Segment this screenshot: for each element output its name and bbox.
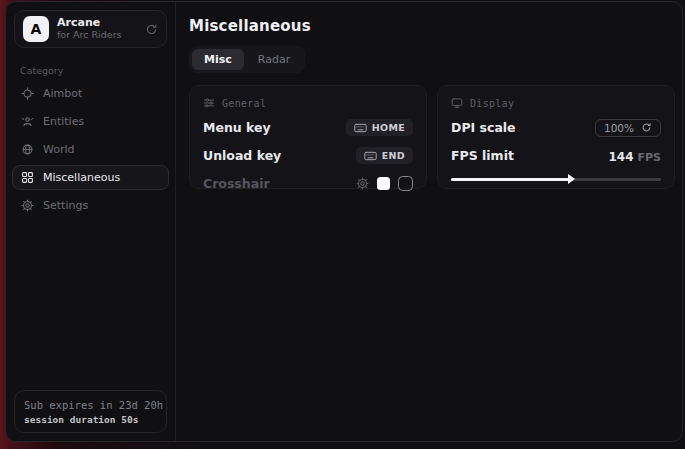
globe-icon xyxy=(21,143,34,156)
sidebar-item-aimbot[interactable]: Aimbot xyxy=(12,81,169,106)
fps-limit-label: FPS limit xyxy=(451,148,514,163)
sidebar-item-world[interactable]: World xyxy=(12,137,169,162)
dpi-scale-control[interactable]: 100% xyxy=(595,119,661,137)
sidebar-item-entities[interactable]: Entities xyxy=(12,109,169,134)
display-panel: Display DPI scale 100% FPS limit xyxy=(437,85,675,189)
crosshair-color-swatch[interactable] xyxy=(377,177,390,190)
panels-row: General Menu key HOME Unload key xyxy=(189,85,675,189)
tab-bar: Misc Radar xyxy=(189,46,305,73)
crosshair-icon xyxy=(21,87,34,100)
grid-icon xyxy=(21,171,34,184)
app-subtitle: for Arc Riders xyxy=(57,30,122,41)
sidebar-nav: Aimbot Entities World xyxy=(6,81,175,218)
gear-icon[interactable] xyxy=(356,177,369,190)
sidebar-item-label: Miscellaneous xyxy=(43,171,120,184)
sidebar: A Arcane for Arc Riders Category Aimbot xyxy=(6,2,176,441)
app-title: Arcane xyxy=(57,17,122,30)
keyboard-icon xyxy=(354,123,367,133)
menu-key-bind-button[interactable]: HOME xyxy=(346,119,413,136)
sidebar-item-settings[interactable]: Settings xyxy=(12,193,169,218)
keyboard-icon xyxy=(364,151,377,161)
general-panel-header: General xyxy=(203,97,413,109)
app-header: A Arcane for Arc Riders xyxy=(14,10,167,48)
crosshair-checkbox[interactable] xyxy=(398,176,413,191)
unload-key-label: Unload key xyxy=(203,148,281,163)
app-meta: Arcane for Arc Riders xyxy=(57,17,122,41)
unload-key-bind-button[interactable]: END xyxy=(356,147,413,164)
display-panel-title: Display xyxy=(470,98,514,109)
dpi-scale-value: 100% xyxy=(604,122,634,134)
unload-key-row: Unload key END xyxy=(203,146,413,165)
menu-key-value: HOME xyxy=(372,122,405,133)
sidebar-item-label: Aimbot xyxy=(43,87,82,100)
monitor-icon xyxy=(451,97,463,109)
fps-limit-unit: FPS xyxy=(638,151,662,164)
sidebar-item-miscellaneous[interactable]: Miscellaneous xyxy=(12,165,169,190)
menu-key-row: Menu key HOME xyxy=(203,118,413,137)
fps-limit-value-group: 144FPS xyxy=(608,146,661,165)
tab-misc[interactable]: Misc xyxy=(192,49,244,70)
general-panel-title: General xyxy=(222,98,266,109)
gear-icon xyxy=(21,199,34,212)
fps-limit-slider[interactable] xyxy=(451,173,661,185)
crosshair-row: Crosshair xyxy=(203,174,413,193)
display-panel-header: Display xyxy=(451,97,661,109)
sidebar-item-label: Entities xyxy=(43,115,84,128)
crosshair-controls xyxy=(356,176,413,191)
slider-thumb[interactable] xyxy=(568,174,575,184)
subscription-info: Sub expires in 23d 20h session duration … xyxy=(14,390,167,433)
category-label: Category xyxy=(20,65,161,76)
fps-limit-row: FPS limit 144FPS xyxy=(451,146,661,165)
sidebar-item-label: World xyxy=(43,143,75,156)
sub-expiry-text: Sub expires in 23d 20h xyxy=(24,399,157,411)
refresh-icon[interactable] xyxy=(145,23,158,36)
entities-icon xyxy=(21,115,34,128)
sliders-icon xyxy=(203,97,215,109)
page-title: Miscellaneous xyxy=(189,17,675,35)
menu-key-label: Menu key xyxy=(203,120,271,135)
session-duration-text: session duration 50s xyxy=(24,414,157,425)
crosshair-label: Crosshair xyxy=(203,176,270,191)
dpi-scale-label: DPI scale xyxy=(451,120,516,135)
fps-limit-value: 144 xyxy=(608,150,633,164)
dpi-scale-row: DPI scale 100% xyxy=(451,118,661,137)
app-window: A Arcane for Arc Riders Category Aimbot xyxy=(5,1,683,442)
tab-radar[interactable]: Radar xyxy=(246,49,302,70)
general-panel: General Menu key HOME Unload key xyxy=(189,85,427,189)
refresh-icon xyxy=(641,122,652,133)
unload-key-value: END xyxy=(382,150,405,161)
app-logo: A xyxy=(23,16,49,42)
slider-fill xyxy=(451,178,569,181)
sidebar-item-label: Settings xyxy=(43,199,88,212)
main-content: Miscellaneous Misc Radar General xyxy=(176,2,683,441)
